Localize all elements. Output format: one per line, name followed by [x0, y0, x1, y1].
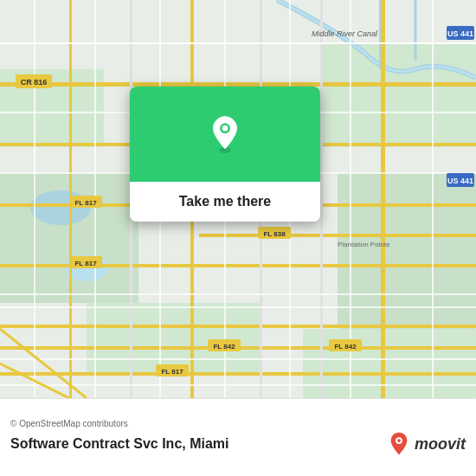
svg-rect-4: [338, 173, 476, 329]
svg-text:US 441: US 441: [447, 177, 473, 185]
svg-text:Plantation Pointe: Plantation Pointe: [338, 241, 390, 248]
svg-rect-17: [199, 234, 476, 237]
svg-point-69: [397, 439, 401, 442]
svg-text:FL 817: FL 817: [161, 368, 183, 376]
svg-text:FL 817: FL 817: [74, 260, 97, 267]
svg-text:CR 816: CR 816: [21, 78, 48, 87]
map-attribution: © OpenStreetMap contributors: [10, 419, 466, 428]
svg-rect-6: [303, 329, 476, 398]
svg-text:Middle River Canal: Middle River Canal: [312, 29, 378, 38]
popup-card: Take me there: [130, 87, 320, 222]
svg-rect-5: [87, 303, 260, 372]
svg-rect-24: [320, 0, 323, 398]
svg-text:US 441: US 441: [447, 29, 473, 38]
take-me-there-button[interactable]: Take me there: [130, 182, 320, 222]
map: CR 816 US 441 US 441 FL FL FL 817 FL 817…: [0, 0, 476, 398]
svg-rect-19: [381, 0, 385, 398]
svg-text:FL 842: FL 842: [213, 343, 235, 351]
location-title: Software Contract Svc Inc, Miami: [10, 436, 229, 452]
moovit-brand-text: moovit: [415, 435, 466, 453]
svg-text:FL 842: FL 842: [334, 343, 357, 351]
footer: © OpenStreetMap contributors Software Co…: [0, 398, 476, 476]
popup-header: [130, 87, 320, 182]
svg-point-67: [222, 125, 228, 132]
svg-rect-3: [320, 43, 476, 147]
svg-text:FL 838: FL 838: [263, 230, 286, 238]
moovit-logo-icon: [387, 432, 411, 456]
moovit-logo: moovit: [387, 432, 466, 456]
location-pin-icon: [206, 115, 244, 153]
footer-bottom: Software Contract Svc Inc, Miami moovit: [10, 432, 466, 456]
svg-text:FL 817: FL 817: [74, 199, 97, 207]
